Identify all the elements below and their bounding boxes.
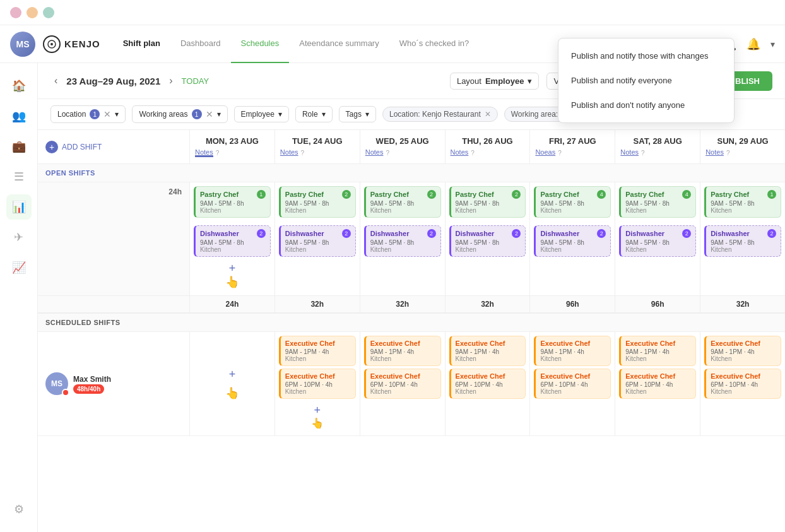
- dropdown-item-no-notify[interactable]: Publish and don't notify anyone: [558, 93, 734, 117]
- sidebar-bag-icon[interactable]: 💼: [6, 134, 32, 159]
- shift-card[interactable]: Pastry Chef 2 9AM - 5PM · 8h Kitchen: [364, 186, 441, 218]
- shift-title: Executive Chef: [625, 372, 675, 380]
- sidebar-bar-chart-icon[interactable]: 📈: [6, 255, 32, 280]
- notes-link-1[interactable]: Notes: [280, 148, 298, 157]
- employee-details: Max Smith 48h/40h: [73, 375, 111, 393]
- add-shift-mon-button[interactable]: +: [229, 368, 236, 381]
- notes-link-5[interactable]: Notes: [620, 148, 639, 157]
- shift-card[interactable]: Executive Chef 9AM - 1PM · 4h Kitchen: [364, 336, 441, 366]
- shift-card[interactable]: Dishwasher 2 9AM - 5PM · 8h Kitchen: [619, 225, 696, 257]
- shift-time: 6PM - 10PM · 4h: [540, 381, 606, 388]
- sidebar-settings-icon[interactable]: ⚙: [6, 497, 32, 522]
- shift-location: Kitchen: [540, 355, 606, 362]
- shift-card[interactable]: Dishwasher 2 9AM - 5PM · 8h Kitchen: [279, 225, 356, 257]
- today-button[interactable]: TODAY: [182, 76, 210, 86]
- sidebar-chart-icon[interactable]: 📊: [6, 194, 32, 220]
- sidebar-people-icon[interactable]: 👥: [6, 103, 32, 129]
- shift-card[interactable]: Pastry Chef 1 9AM - 5PM · 8h Kitchen: [704, 186, 781, 218]
- dropdown-item-notify-everyone[interactable]: Publish and notify everyone: [558, 68, 734, 93]
- employee-status-badge: [62, 389, 69, 396]
- bell-icon[interactable]: 🔔: [747, 37, 760, 51]
- add-shift-plus-icon: +: [229, 262, 236, 275]
- shift-card[interactable]: Pastry Chef 4 9AM - 5PM · 8h Kitchen: [534, 186, 611, 218]
- open-shifts-section: OPEN SHIFTS 24h Pastry Chef 1 9AM - 5PM: [38, 164, 785, 313]
- notes-link-2[interactable]: Notes: [365, 148, 384, 157]
- next-date-button[interactable]: ›: [165, 73, 176, 89]
- sidebar-list-icon[interactable]: ☰: [6, 164, 32, 189]
- shift-badge: 2: [257, 229, 266, 238]
- shift-title: Pastry Chef: [625, 191, 664, 198]
- working-areas-filter[interactable]: Working areas 1 ✕ ▾: [132, 105, 227, 123]
- shift-card[interactable]: Executive Chef 6PM - 10PM · 4h Kitchen: [449, 369, 526, 399]
- shift-card[interactable]: Executive Chef 6PM - 10PM · 4h Kitchen: [619, 369, 696, 399]
- shift-card[interactable]: Dishwasher 2 9AM - 5PM · 8h Kitchen: [364, 225, 441, 257]
- shift-location: Kitchen: [625, 388, 691, 395]
- shift-card[interactable]: Dishwasher 2 9AM - 5PM · 8h Kitchen: [194, 225, 271, 257]
- pastry-chef-row: 24h Pastry Chef 1 9AM - 5PM · 8h Kitchen: [38, 182, 785, 222]
- pastry-col-4: Pastry Chef 4 9AM - 5PM · 8h Kitchen: [529, 182, 615, 222]
- notes-link-0[interactable]: Notes: [195, 148, 213, 157]
- notes-link-4[interactable]: Noeas: [535, 148, 555, 157]
- shift-card[interactable]: Executive Chef 6PM - 10PM · 4h Kitchen: [704, 369, 781, 399]
- hours-fri: 96h: [566, 300, 579, 309]
- shift-time: 9AM - 5PM · 8h: [200, 239, 266, 246]
- notes-link-6[interactable]: Notes: [705, 148, 724, 157]
- tab-dashboard[interactable]: Dashboard: [170, 25, 231, 63]
- sidebar-plane-icon[interactable]: ✈: [6, 225, 32, 250]
- shift-card[interactable]: Executive Chef 9AM - 1PM · 4h Kitchen: [704, 336, 781, 366]
- scheduled-shifts-section: SCHEDULED SHIFTS MS Max Smith 48h/40h: [38, 313, 785, 436]
- tab-schedules[interactable]: Schedules: [231, 25, 290, 63]
- user-menu-chevron[interactable]: ▾: [770, 39, 775, 49]
- notes-link-3[interactable]: Notes: [451, 148, 469, 157]
- shift-card[interactable]: Executive Chef 6PM - 10PM · 4h Kitchen: [364, 369, 441, 399]
- active-filter-location-remove[interactable]: ✕: [485, 110, 491, 119]
- shift-card[interactable]: Dishwasher 2 9AM - 5PM · 8h Kitchen: [534, 225, 611, 257]
- tab-checked-in[interactable]: Who´s checked in?: [389, 25, 480, 63]
- role-filter[interactable]: Role ▾: [295, 106, 333, 122]
- employee-filter[interactable]: Employee ▾: [234, 106, 289, 122]
- location-filter[interactable]: Location 1 ✕ ▾: [50, 105, 126, 123]
- day-date-0: MON, 23 AUG: [195, 136, 269, 146]
- dishwasher-col-3: Dishwasher 2 9AM - 5PM · 8h Kitchen: [445, 222, 530, 295]
- shift-card[interactable]: Pastry Chef 1 9AM - 5PM · 8h Kitchen: [194, 186, 271, 218]
- sidebar: 🏠 👥 💼 ☰ 📊 ✈ 📈 ⚙: [0, 63, 38, 532]
- date-navigation: ‹ 23 Aug–29 Aug, 2021 › TODAY: [50, 73, 209, 89]
- shift-card[interactable]: Executive Chef 6PM - 10PM · 4h Kitchen: [279, 369, 356, 399]
- layout-selector[interactable]: Layout Employee ▾: [450, 73, 539, 90]
- shift-card[interactable]: Executive Chef 9AM - 1PM · 4h Kitchen: [619, 336, 696, 366]
- shift-location: Kitchen: [540, 246, 606, 253]
- shift-time: 9AM - 5PM · 8h: [200, 200, 266, 207]
- sidebar-home-icon[interactable]: 🏠: [6, 73, 32, 98]
- add-shift-icon: +: [45, 141, 58, 153]
- shift-card[interactable]: Dishwasher 2 9AM - 5PM · 8h Kitchen: [449, 225, 526, 257]
- shift-badge: 4: [682, 190, 691, 199]
- tags-filter[interactable]: Tags ▾: [339, 106, 376, 122]
- shift-card[interactable]: Pastry Chef 2 9AM - 5PM · 8h Kitchen: [279, 186, 356, 218]
- shift-card[interactable]: Dishwasher 2 9AM - 5PM · 8h Kitchen: [704, 225, 781, 257]
- dishwasher-col-4: Dishwasher 2 9AM - 5PM · 8h Kitchen: [529, 222, 615, 295]
- shift-title: Dishwasher: [711, 230, 750, 237]
- tab-attendance[interactable]: Ateendance summary: [289, 25, 389, 63]
- emp-col-mon: + 👆: [189, 332, 274, 435]
- shift-card[interactable]: Executive Chef 9AM - 1PM · 4h Kitchen: [449, 336, 526, 366]
- shift-location: Kitchen: [200, 207, 266, 214]
- shift-card[interactable]: Executive Chef 6PM - 10PM · 4h Kitchen: [534, 369, 611, 399]
- avatar[interactable]: MS: [10, 32, 35, 57]
- shift-card[interactable]: Executive Chef 9AM - 1PM · 4h Kitchen: [279, 336, 356, 366]
- day-col-3: THU, 26 AUG Notes ?: [445, 130, 530, 163]
- shift-card[interactable]: Pastry Chef 2 9AM - 5PM · 8h Kitchen: [449, 186, 526, 218]
- prev-date-button[interactable]: ‹: [50, 73, 61, 89]
- add-shift-cell: + ADD SHIFT: [38, 130, 189, 163]
- shift-time: 9AM - 5PM · 8h: [711, 200, 776, 207]
- shift-title: Pastry Chef: [540, 191, 579, 198]
- location-badge: 1: [90, 109, 100, 119]
- shift-card[interactable]: Pastry Chef 4 9AM - 5PM · 8h Kitchen: [619, 186, 696, 218]
- add-shift-tue-button[interactable]: + 👆: [279, 401, 356, 432]
- day-col-4: FRI, 27 AUG Noeas ?: [529, 130, 615, 163]
- dropdown-item-notify-changes[interactable]: Publish and notify those with changes: [558, 44, 734, 68]
- add-shift-plus-0[interactable]: + 👆: [194, 259, 271, 292]
- add-shift-button[interactable]: + ADD SHIFT: [45, 141, 102, 153]
- tab-shift-plan[interactable]: Shift plan: [113, 25, 170, 63]
- shift-card[interactable]: Executive Chef 9AM - 1PM · 4h Kitchen: [534, 336, 611, 366]
- location-label: Location: [57, 110, 86, 119]
